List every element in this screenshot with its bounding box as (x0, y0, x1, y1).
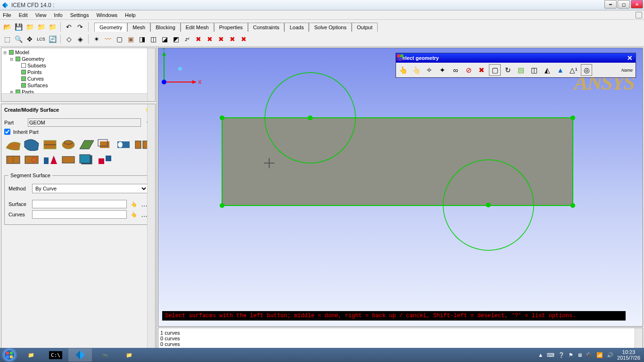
minimize-button[interactable]: ━ (604, 0, 617, 8)
viewport[interactable]: ANSYS (158, 48, 643, 327)
menu-view[interactable]: View (35, 12, 47, 18)
menu-edit[interactable]: Edit (19, 12, 28, 18)
tray-keyboard-icon[interactable]: ⌨ (547, 352, 554, 358)
undo-icon[interactable]: ↶ (64, 22, 74, 32)
loft-icon[interactable] (78, 138, 95, 152)
check-icon[interactable] (21, 76, 26, 81)
untrim-icon[interactable] (23, 153, 40, 167)
select-surface-icon[interactable]: 👆 (130, 200, 138, 208)
redo-icon[interactable]: ↷ (75, 22, 85, 32)
point-tool-icon[interactable]: ✶ (91, 34, 102, 44)
tree-geometry[interactable]: Geometry (22, 56, 44, 62)
delete-any-icon[interactable]: ✖ (239, 34, 249, 44)
solid-icon[interactable]: ◈ (75, 34, 85, 44)
delete-curve-icon[interactable]: ✖ (227, 34, 238, 44)
box-tool-icon[interactable]: ◨ (137, 34, 147, 44)
menu-info[interactable]: Info (54, 12, 62, 18)
scrollbar-v[interactable] (147, 48, 155, 101)
task-camera[interactable]: 📹 (93, 348, 116, 362)
revolve-icon[interactable] (59, 138, 77, 152)
surface-input[interactable] (32, 200, 127, 208)
check-icon[interactable] (16, 57, 20, 61)
restore-child-icon[interactable] (636, 12, 642, 18)
save-icon[interactable]: 💾 (13, 22, 24, 32)
tab-solveoptions[interactable]: Solve Options (309, 23, 351, 32)
tree-root[interactable]: Model (15, 49, 29, 55)
tab-editmesh[interactable]: Edit Mesh (181, 23, 214, 32)
curtain-icon[interactable] (78, 153, 95, 167)
curve-driven-icon[interactable] (23, 138, 40, 152)
tab-blocking[interactable]: Blocking (150, 23, 181, 32)
lcs-icon[interactable]: LCS (36, 34, 46, 44)
midsurface-icon[interactable] (115, 138, 132, 152)
menu-settings[interactable]: Settings (70, 12, 89, 18)
cut-tool-icon[interactable]: ◫ (148, 34, 158, 44)
curve-tool-icon[interactable]: 〰 (103, 34, 113, 44)
tree-points[interactable]: Points (27, 69, 42, 75)
pan-icon[interactable]: ✥ (25, 34, 35, 44)
tray-flag-icon[interactable]: ⚑ (569, 352, 573, 358)
tray-show-hidden-icon[interactable]: ▲ (538, 352, 543, 358)
open-block-icon[interactable]: 📁 (47, 22, 58, 32)
tray-power-icon[interactable]: 🔌 (586, 352, 593, 358)
check-icon[interactable] (21, 63, 26, 68)
menu-help[interactable]: Help (125, 12, 136, 18)
tray-volume-icon[interactable]: 🔊 (607, 352, 613, 358)
task-explorer[interactable]: 📁 (19, 348, 43, 362)
trim-tool-icon[interactable]: ◪ (159, 34, 170, 44)
tray-network-icon[interactable]: 📶 (596, 352, 603, 358)
tray-help-icon[interactable]: ❔ (558, 352, 565, 358)
simple-surface-icon[interactable] (4, 138, 22, 152)
tree-subsets[interactable]: Subsets (27, 63, 46, 68)
scrollbar-h[interactable] (1, 93, 147, 101)
tree-curves[interactable]: Curves (27, 76, 44, 82)
menu-file[interactable]: File (3, 12, 11, 18)
part-input[interactable] (28, 118, 141, 127)
surface-tool-icon[interactable]: ▢ (114, 34, 124, 44)
inherit-part-checkbox[interactable] (4, 129, 10, 135)
open-icon[interactable]: 📂 (2, 22, 12, 32)
open-geom-icon[interactable]: 📁 (25, 22, 35, 32)
geom-tools-icon[interactable] (96, 153, 114, 167)
by-axis-icon[interactable] (607, 64, 619, 76)
tab-mesh[interactable]: Mesh (127, 23, 150, 32)
maximize-button[interactable]: ◻ (618, 0, 630, 8)
scrollbar-v[interactable] (147, 104, 155, 350)
tab-properties[interactable]: Properties (214, 23, 248, 32)
transform-tool-icon[interactable]: z² (182, 34, 192, 44)
wire-icon[interactable]: ◇ (64, 34, 74, 44)
check-icon[interactable] (21, 83, 26, 88)
tab-geometry[interactable]: Geometry (94, 23, 127, 32)
sweep-icon[interactable] (41, 138, 58, 152)
tab-constraints[interactable]: Constraints (248, 23, 285, 32)
refresh-icon[interactable]: 🔄 (47, 34, 58, 44)
delete-point-icon[interactable]: ✖ (216, 34, 226, 44)
zoom-icon[interactable]: 🔍 (13, 34, 24, 44)
close-button[interactable]: ✕ (631, 0, 643, 8)
delete-hidden-icon[interactable]: ✖ (205, 34, 215, 44)
method-select[interactable]: By Curve (32, 184, 148, 193)
tray-display-icon[interactable]: 🖥 (577, 352, 582, 358)
offset-icon[interactable] (96, 138, 114, 152)
tab-loads[interactable]: Loads (284, 23, 309, 32)
merge-icon[interactable] (4, 153, 22, 167)
menu-windows[interactable]: Windows (96, 12, 117, 18)
check-icon[interactable] (21, 70, 26, 74)
check-icon[interactable] (9, 50, 14, 55)
body-tool-icon[interactable]: ▣ (125, 34, 136, 44)
tree-surfaces[interactable]: Surfaces (27, 82, 48, 88)
std-shapes-icon[interactable] (41, 153, 58, 167)
extend-tool-icon[interactable]: ◩ (171, 34, 181, 44)
task-folder2[interactable]: 📁 (117, 348, 141, 362)
tab-output[interactable]: Output (352, 23, 378, 32)
task-cmd[interactable]: C:\ (44, 348, 67, 362)
task-icem[interactable] (68, 348, 92, 362)
select-geometry-toolbar[interactable]: Select geometry ✕ 👆 👆 ✧ ✦ ∞ ⊘ ✖ ▢ ↻ ▤ ◫ … (396, 53, 636, 78)
open-mesh-icon[interactable]: 📁 (36, 22, 46, 32)
faceted-icon[interactable] (59, 153, 77, 167)
curves-input[interactable] (32, 210, 127, 219)
start-button[interactable] (0, 348, 19, 362)
delete-duplicate-icon[interactable]: ✖ (193, 34, 204, 44)
fit-icon[interactable]: ⬚ (2, 34, 12, 44)
select-curves-icon[interactable]: 👆 (130, 210, 138, 219)
